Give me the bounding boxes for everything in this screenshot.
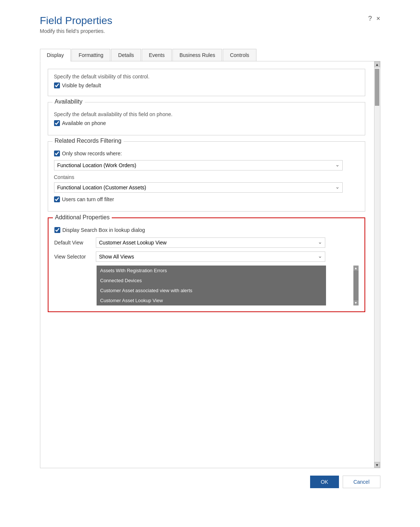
list-scroll-up-button[interactable]: ▲: [353, 266, 359, 271]
availability-description: Specify the default availability of this…: [54, 111, 359, 117]
list-scrollbar: ▲ ▼: [353, 266, 359, 305]
available-on-phone-label: Available on phone: [62, 120, 106, 126]
close-button[interactable]: ×: [376, 15, 380, 23]
related-dropdown1[interactable]: Functional Location (Work Orders): [54, 160, 343, 170]
users-can-turn-off-label: Users can turn off filter: [62, 196, 114, 202]
visibility-description: Specify the default visibility of this c…: [54, 74, 359, 80]
visible-by-default-checkbox[interactable]: [54, 82, 60, 88]
tab-formatting[interactable]: Formatting: [71, 49, 110, 61]
content-scrollbar: ▲ ▼: [374, 61, 380, 468]
visibility-section: Specify the default visibility of this c…: [48, 69, 365, 96]
availability-section: Availability Specify the default availab…: [48, 102, 365, 135]
list-scroll-down-button[interactable]: ▼: [353, 300, 359, 305]
tab-events[interactable]: Events: [142, 49, 172, 61]
content-scroll-thumb: [375, 69, 379, 106]
display-search-label: Display Search Box in lookup dialog: [63, 227, 145, 233]
related-records-content: Only show records where: Functional Loca…: [54, 151, 359, 202]
content-area: Specify the default visibility of this c…: [40, 61, 380, 468]
default-view-select[interactable]: Customer Asset Lookup View: [96, 237, 325, 248]
view-selector-row: View Selector Show All Views: [54, 251, 359, 262]
list-item-assets-registration[interactable]: Assets With Registration Errors: [97, 266, 321, 276]
related-dropdown2[interactable]: Functional Location (Customer Assets): [54, 182, 343, 193]
view-list-container: Assets With Registration Errors Connecte…: [97, 266, 359, 305]
users-can-turn-off-row: Users can turn off filter: [54, 196, 359, 202]
tab-display[interactable]: Display: [40, 49, 71, 61]
help-button[interactable]: ?: [368, 15, 372, 23]
available-on-phone-row: Available on phone: [54, 120, 359, 126]
default-view-select-wrapper: Customer Asset Lookup View: [96, 237, 325, 248]
content-scroll-down[interactable]: ▼: [374, 462, 380, 468]
users-can-turn-off-checkbox[interactable]: [54, 196, 60, 202]
tab-business-rules[interactable]: Business Rules: [172, 49, 222, 61]
cancel-button[interactable]: Cancel: [343, 476, 380, 488]
display-search-row: Display Search Box in lookup dialog: [54, 227, 359, 233]
dialog-title: Field Properties: [40, 15, 112, 27]
list-item-customer-asset-lookup[interactable]: Customer Asset Lookup View: [97, 295, 321, 305]
related-dropdown2-wrapper: Functional Location (Customer Assets): [54, 182, 343, 193]
tab-details[interactable]: Details: [111, 49, 141, 61]
view-selector-label: View Selector: [54, 254, 91, 260]
visible-by-default-row: Visible by default: [54, 82, 359, 88]
contains-label: Contains: [54, 174, 359, 180]
only-show-records-label: Only show records where:: [62, 151, 122, 156]
additional-properties-content: Display Search Box in lookup dialog Defa…: [54, 227, 359, 305]
view-dropdown-list: Assets With Registration Errors Connecte…: [97, 266, 326, 305]
dialog-subtitle: Modify this field's properties.: [40, 28, 112, 34]
display-search-checkbox[interactable]: [54, 227, 60, 233]
dialog-controls: ? ×: [368, 15, 380, 23]
related-records-section: Related Records Filtering Only show reco…: [48, 141, 365, 212]
dialog-header: Field Properties Modify this field's pro…: [33, 7, 388, 38]
default-view-row: Default View Customer Asset Lookup View: [54, 237, 359, 248]
list-item-customer-asset-view-alerts[interactable]: Customer Asset associated view with aler…: [97, 286, 321, 295]
related-records-title: Related Records Filtering: [53, 138, 124, 144]
visible-by-default-label: Visible by default: [62, 82, 101, 88]
ok-button[interactable]: OK: [310, 476, 339, 488]
default-view-label: Default View: [54, 240, 91, 246]
related-dropdown1-row: Functional Location (Work Orders): [54, 160, 359, 170]
available-on-phone-checkbox[interactable]: [54, 120, 60, 126]
only-show-records-checkbox[interactable]: [54, 151, 60, 156]
related-dropdown2-row: Functional Location (Customer Assets): [54, 182, 359, 193]
additional-properties-title: Additional Properties: [53, 214, 112, 221]
tab-controls[interactable]: Controls: [223, 49, 256, 61]
dialog-footer: OK Cancel: [33, 468, 388, 496]
related-dropdown1-wrapper: Functional Location (Work Orders): [54, 160, 343, 170]
list-item-connected-devices[interactable]: Connected Devices: [97, 276, 321, 286]
content-scroll-up[interactable]: ▲: [374, 61, 380, 67]
additional-properties-section: Additional Properties Display Search Box…: [48, 217, 365, 312]
availability-title: Availability: [53, 98, 85, 105]
view-selector-select[interactable]: Show All Views: [96, 251, 325, 262]
tabs-container: Display Formatting Details Events Busine…: [40, 49, 380, 61]
availability-content: Specify the default availability of this…: [54, 111, 359, 126]
only-show-records-row: Only show records where:: [54, 151, 359, 156]
view-selector-select-wrapper: Show All Views: [96, 251, 325, 262]
